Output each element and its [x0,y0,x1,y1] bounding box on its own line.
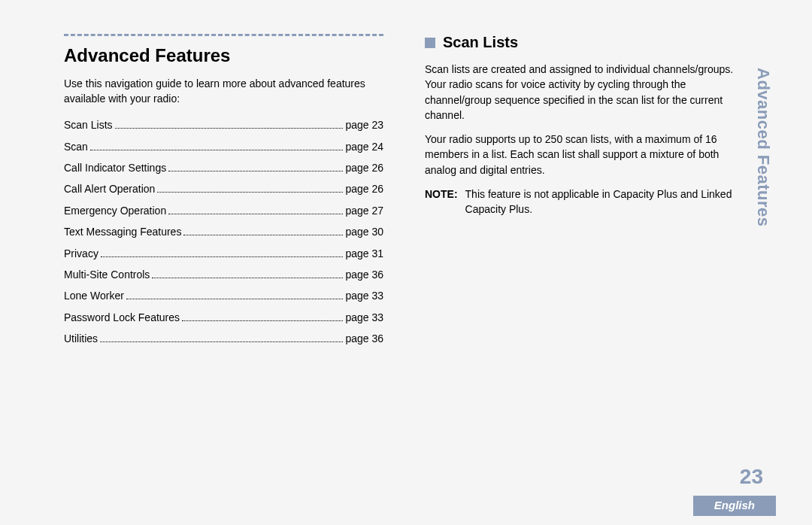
toc-item-label: Scan Lists [64,117,113,133]
toc-item-label: Call Indicator Settings [64,159,166,176]
toc-item-page: page 36 [345,330,383,347]
toc-dot-leader [182,320,343,321]
table-of-contents: Scan Listspage 23Scanpage 24Call Indicat… [64,117,383,347]
toc-item: Call Indicator Settingspage 26 [64,159,383,176]
toc-dot-leader [101,256,343,257]
toc-item-page: page 33 [345,287,383,304]
toc-item-page: page 23 [345,117,383,133]
toc-dot-leader [183,235,343,235]
toc-dot-leader [168,214,343,214]
toc-item: Privacypage 31 [64,245,383,262]
toc-item: Text Messaging Featurespage 30 [64,223,383,240]
toc-item-page: page 26 [345,159,383,176]
toc-item-page: page 31 [345,245,383,262]
toc-dot-leader [152,278,343,278]
language-badge: English [693,496,776,516]
toc-item-page: page 30 [345,223,383,240]
toc-item-label: Privacy [64,245,98,262]
toc-item-label: Lone Worker [64,287,124,304]
toc-dot-leader [100,341,343,342]
intro-text: Use this navigation guide to learn more … [64,77,383,106]
toc-dot-leader [157,192,343,193]
toc-item-page: page 24 [345,138,383,155]
toc-item: Password Lock Featurespage 33 [64,309,383,326]
toc-item-page: page 33 [345,309,383,326]
section-title: Advanced Features [64,45,383,66]
toc-item: Emergency Operationpage 27 [64,202,383,219]
note-body: This feature is not applicable in Capaci… [465,187,744,217]
paragraph-1: Scan lists are created and assigned to i… [425,62,744,123]
square-bullet-icon [425,38,435,48]
toc-item-page: page 26 [345,181,383,197]
toc-item-label: Scan [64,138,88,155]
toc-item: Scan Listspage 23 [64,117,383,133]
right-column: Scan Lists Scan lists are created and as… [425,34,744,351]
note-block: NOTE: This feature is not applicable in … [425,187,744,217]
toc-item: Utilitiespage 36 [64,330,383,347]
toc-item-label: Password Lock Features [64,309,180,326]
toc-dot-leader [90,150,343,150]
toc-item: Scanpage 24 [64,138,383,155]
toc-dot-leader [126,299,343,299]
subhead-row: Scan Lists [425,34,744,51]
toc-item: Lone Workerpage 33 [64,287,383,304]
paragraph-2: Your radio supports up to 250 scan lists… [425,132,744,178]
toc-item-label: Emergency Operation [64,202,166,219]
toc-item-page: page 36 [345,266,383,283]
divider-dashed [64,34,383,36]
toc-item: Multi-Site Controlspage 36 [64,266,383,283]
toc-dot-leader [115,128,344,129]
toc-item-label: Utilities [64,330,98,347]
side-tab-label: Advanced Features [753,68,773,226]
toc-item-label: Text Messaging Features [64,223,181,240]
toc-dot-leader [168,171,343,171]
note-label: NOTE: [425,187,458,217]
toc-item-label: Multi-Site Controls [64,266,150,283]
toc-item-label: Call Alert Operation [64,181,155,197]
toc-item: Call Alert Operationpage 26 [64,181,383,197]
page-number: 23 [740,465,763,489]
subhead-title: Scan Lists [443,34,518,51]
toc-item-page: page 27 [345,202,383,219]
left-column: Advanced Features Use this navigation gu… [64,34,383,351]
